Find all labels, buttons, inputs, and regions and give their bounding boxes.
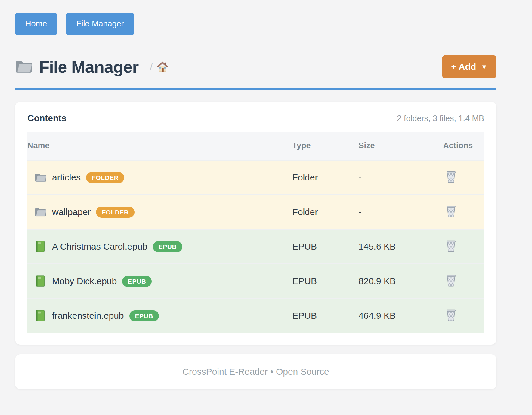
type-badge: EPUB — [122, 276, 152, 287]
folder-icon — [15, 60, 32, 74]
row-name[interactable]: frankenstein.epub — [52, 311, 124, 321]
footer: CrossPoint E-Reader • Open Source — [15, 354, 496, 389]
house-icon[interactable] — [157, 61, 168, 72]
delete-button[interactable] — [443, 170, 457, 183]
column-header-actions: Actions — [443, 132, 484, 160]
breadcrumb: / — [150, 61, 168, 72]
nav-button-file-manager[interactable]: File Manager — [66, 13, 134, 35]
type-badge: EPUB — [129, 310, 159, 321]
delete-button[interactable] — [443, 274, 457, 287]
card-title: Contents — [27, 113, 66, 123]
cell-size: - — [359, 160, 443, 195]
breadcrumb-separator: / — [150, 61, 153, 72]
top-nav: Home File Manager — [15, 13, 496, 35]
type-badge: EPUB — [153, 241, 182, 252]
row-name[interactable]: wallpaper — [52, 207, 91, 217]
page-title: File Manager — [39, 57, 138, 77]
table-row: articles FOLDER Folder - — [27, 160, 484, 195]
book-icon — [35, 241, 47, 253]
add-button-label: + Add — [451, 62, 476, 71]
column-header-type: Type — [292, 132, 358, 160]
column-header-name: Name — [27, 132, 292, 160]
file-table-body: articles FOLDER Folder - wallpaper FOLDE… — [27, 160, 484, 333]
cell-size: - — [359, 195, 443, 229]
cell-type: Folder — [292, 160, 358, 195]
add-button[interactable]: + Add ▼ — [442, 55, 496, 78]
folder-icon — [35, 206, 47, 218]
book-icon — [35, 310, 47, 322]
card-header: Contents 2 folders, 3 files, 1.4 MB — [27, 113, 484, 123]
book-icon — [35, 275, 47, 287]
cell-size: 145.6 KB — [359, 229, 443, 264]
file-table-head: Name Type Size Actions — [27, 132, 484, 160]
cell-size: 464.9 KB — [359, 299, 443, 333]
cell-type: EPUB — [292, 264, 358, 299]
trash-icon — [445, 308, 457, 321]
file-table: Name Type Size Actions articles FOLDER F… — [27, 132, 484, 333]
trash-icon — [445, 204, 457, 218]
table-row: A Christmas Carol.epub EPUB EPUB 145.6 K… — [27, 229, 484, 264]
contents-summary: 2 folders, 3 files, 1.4 MB — [397, 114, 484, 123]
title-group: File Manager / — [15, 57, 168, 77]
delete-button[interactable] — [443, 239, 457, 252]
accent-divider — [15, 88, 496, 90]
delete-button[interactable] — [443, 204, 457, 218]
cell-type: EPUB — [292, 299, 358, 333]
column-header-size: Size — [359, 132, 443, 160]
delete-button[interactable] — [443, 308, 457, 321]
row-name[interactable]: Moby Dick.epub — [52, 276, 117, 286]
cell-type: Folder — [292, 195, 358, 229]
table-row: Moby Dick.epub EPUB EPUB 820.9 KB — [27, 264, 484, 299]
page: Home File Manager File Manager / + Add ▼… — [15, 0, 496, 389]
chevron-down-icon: ▼ — [481, 64, 487, 70]
page-header: File Manager / + Add ▼ — [15, 55, 496, 78]
type-badge: FOLDER — [96, 207, 134, 218]
contents-card: Contents 2 folders, 3 files, 1.4 MB Name… — [15, 102, 496, 345]
row-name[interactable]: articles — [52, 172, 81, 183]
row-name[interactable]: A Christmas Carol.epub — [52, 241, 147, 252]
type-badge: FOLDER — [86, 172, 124, 183]
cell-type: EPUB — [292, 229, 358, 264]
table-row: wallpaper FOLDER Folder - — [27, 195, 484, 229]
folder-icon — [35, 171, 47, 183]
nav-button-home[interactable]: Home — [15, 13, 57, 35]
trash-icon — [445, 274, 457, 287]
table-row: frankenstein.epub EPUB EPUB 464.9 KB — [27, 299, 484, 333]
trash-icon — [445, 239, 457, 252]
trash-icon — [445, 170, 457, 183]
footer-text: CrossPoint E-Reader • Open Source — [182, 367, 329, 377]
cell-size: 820.9 KB — [359, 264, 443, 299]
